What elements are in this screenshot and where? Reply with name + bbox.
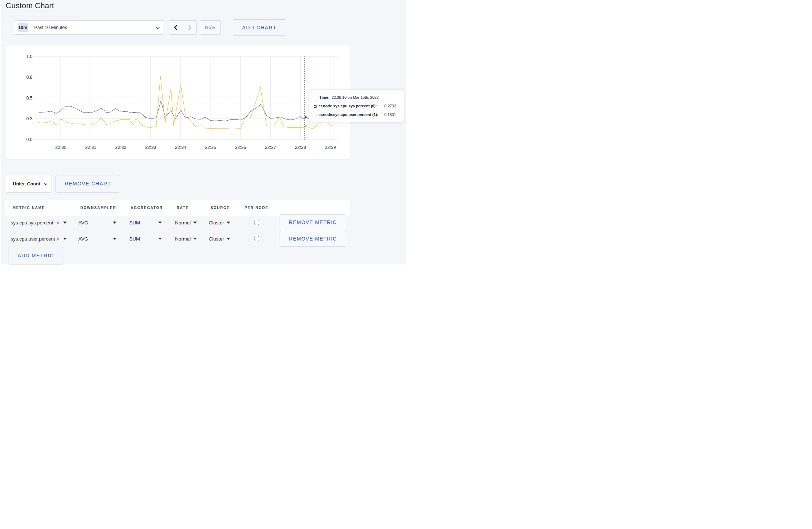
svg-text:22:31: 22:31 bbox=[85, 145, 96, 150]
svg-text:1.0: 1.0 bbox=[26, 54, 32, 59]
svg-text:22:36: 22:36 bbox=[235, 145, 246, 150]
svg-text:0.3: 0.3 bbox=[26, 116, 32, 121]
svg-text:22:37: 22:37 bbox=[265, 145, 276, 150]
svg-text:22:32: 22:32 bbox=[115, 145, 126, 150]
svg-text:22:38: 22:38 bbox=[295, 145, 306, 150]
svg-text:0.0: 0.0 bbox=[26, 137, 32, 142]
svg-text:22:34: 22:34 bbox=[175, 145, 186, 150]
svg-text:0.5: 0.5 bbox=[26, 96, 32, 101]
svg-text:22:30: 22:30 bbox=[55, 145, 67, 150]
svg-text:22:33: 22:33 bbox=[145, 145, 156, 150]
svg-text:22:39: 22:39 bbox=[325, 145, 336, 150]
svg-text:22:35: 22:35 bbox=[205, 145, 216, 150]
svg-text:0.8: 0.8 bbox=[26, 75, 32, 80]
